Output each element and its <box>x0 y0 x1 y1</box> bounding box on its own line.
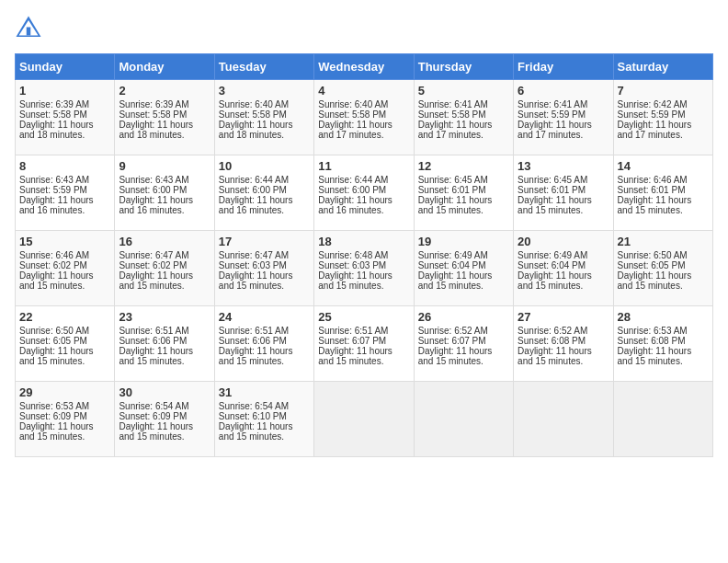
day-number: 5 <box>418 84 509 98</box>
sunrise-text: Sunrise: 6:47 AM <box>119 250 188 260</box>
sunrise-text: Sunrise: 6:53 AM <box>19 401 89 411</box>
daylight-text: Daylight: 11 hours and 15 minutes. <box>219 421 293 442</box>
daylight-text: Daylight: 11 hours and 18 minutes. <box>119 120 193 140</box>
sunset-text: Sunset: 5:58 PM <box>119 109 187 120</box>
day-number: 3 <box>219 84 310 98</box>
sunset-text: Sunset: 6:01 PM <box>518 185 586 195</box>
daylight-text: Daylight: 11 hours and 15 minutes. <box>618 270 692 291</box>
calendar-day-cell: 24Sunrise: 6:51 AMSunset: 6:06 PMDayligh… <box>214 306 313 382</box>
sunrise-text: Sunrise: 6:54 AM <box>119 401 188 411</box>
calendar-day-cell <box>314 382 414 457</box>
daylight-text: Daylight: 11 hours and 15 minutes. <box>618 346 692 366</box>
sunset-text: Sunset: 6:00 PM <box>318 185 386 195</box>
day-number: 17 <box>219 235 310 248</box>
day-number: 20 <box>518 235 609 248</box>
daylight-text: Daylight: 11 hours and 16 minutes. <box>119 195 193 215</box>
sunset-text: Sunset: 6:09 PM <box>19 411 87 421</box>
sunset-text: Sunset: 6:03 PM <box>318 260 386 270</box>
sunrise-text: Sunrise: 6:52 AM <box>518 326 587 336</box>
calendar-day-cell <box>613 382 712 457</box>
sunset-text: Sunset: 6:00 PM <box>119 185 187 195</box>
day-number: 12 <box>418 159 509 173</box>
daylight-text: Daylight: 11 hours and 15 minutes. <box>219 270 293 291</box>
sunrise-text: Sunrise: 6:44 AM <box>219 175 289 185</box>
sunrise-text: Sunrise: 6:40 AM <box>318 99 388 109</box>
daylight-text: Daylight: 11 hours and 15 minutes. <box>618 195 692 215</box>
calendar-week-row: 1Sunrise: 6:39 AMSunset: 5:58 PMDaylight… <box>16 80 713 155</box>
sunrise-text: Sunrise: 6:43 AM <box>19 175 89 185</box>
day-number: 28 <box>618 310 709 324</box>
day-number: 10 <box>219 159 310 173</box>
sunrise-text: Sunrise: 6:44 AM <box>318 175 388 185</box>
daylight-text: Daylight: 11 hours and 15 minutes. <box>518 195 592 215</box>
daylight-text: Daylight: 11 hours and 15 minutes. <box>119 270 193 291</box>
daylight-text: Daylight: 11 hours and 15 minutes. <box>119 421 193 442</box>
weekday-header: Saturday <box>613 54 712 80</box>
sunrise-text: Sunrise: 6:41 AM <box>518 99 587 109</box>
daylight-text: Daylight: 11 hours and 15 minutes. <box>19 270 94 291</box>
day-number: 2 <box>119 84 210 98</box>
calendar-day-cell: 22Sunrise: 6:50 AMSunset: 6:05 PMDayligh… <box>16 306 115 382</box>
calendar-day-cell: 1Sunrise: 6:39 AMSunset: 5:58 PMDaylight… <box>16 80 115 155</box>
calendar-day-cell: 15Sunrise: 6:46 AMSunset: 6:02 PMDayligh… <box>16 231 115 306</box>
day-number: 30 <box>119 385 210 399</box>
calendar-day-cell: 8Sunrise: 6:43 AMSunset: 5:59 PMDaylight… <box>16 155 115 231</box>
calendar-day-cell: 5Sunrise: 6:41 AMSunset: 5:58 PMDaylight… <box>414 80 513 155</box>
daylight-text: Daylight: 11 hours and 16 minutes. <box>19 195 94 215</box>
daylight-text: Daylight: 11 hours and 15 minutes. <box>318 270 392 291</box>
calendar-day-cell: 9Sunrise: 6:43 AMSunset: 6:00 PMDaylight… <box>115 155 214 231</box>
sunset-text: Sunset: 6:05 PM <box>618 260 686 270</box>
daylight-text: Daylight: 11 hours and 15 minutes. <box>418 270 493 291</box>
sunset-text: Sunset: 6:08 PM <box>618 336 686 346</box>
daylight-text: Daylight: 11 hours and 18 minutes. <box>19 120 94 140</box>
sunset-text: Sunset: 6:07 PM <box>318 336 386 346</box>
daylight-text: Daylight: 11 hours and 16 minutes. <box>219 195 293 215</box>
calendar-day-cell: 21Sunrise: 6:50 AMSunset: 6:05 PMDayligh… <box>613 231 712 306</box>
sunrise-text: Sunrise: 6:54 AM <box>219 401 289 411</box>
sunset-text: Sunset: 6:04 PM <box>518 260 586 270</box>
daylight-text: Daylight: 11 hours and 16 minutes. <box>318 195 392 215</box>
daylight-text: Daylight: 11 hours and 17 minutes. <box>318 120 392 140</box>
calendar-week-row: 15Sunrise: 6:46 AMSunset: 6:02 PMDayligh… <box>16 231 713 306</box>
sunrise-text: Sunrise: 6:46 AM <box>19 250 89 260</box>
sunrise-text: Sunrise: 6:52 AM <box>418 326 488 336</box>
calendar-day-cell: 6Sunrise: 6:41 AMSunset: 5:59 PMDaylight… <box>514 80 613 155</box>
day-number: 11 <box>318 159 409 173</box>
sunset-text: Sunset: 5:59 PM <box>518 109 586 120</box>
calendar-day-cell: 28Sunrise: 6:53 AMSunset: 6:08 PMDayligh… <box>613 306 712 382</box>
sunrise-text: Sunrise: 6:40 AM <box>219 99 289 109</box>
calendar-day-cell: 11Sunrise: 6:44 AMSunset: 6:00 PMDayligh… <box>314 155 414 231</box>
daylight-text: Daylight: 11 hours and 15 minutes. <box>418 195 493 215</box>
weekday-header: Tuesday <box>214 54 313 80</box>
sunset-text: Sunset: 6:03 PM <box>219 260 287 270</box>
calendar-day-cell: 4Sunrise: 6:40 AMSunset: 5:58 PMDaylight… <box>314 80 414 155</box>
daylight-text: Daylight: 11 hours and 17 minutes. <box>418 120 493 140</box>
calendar-day-cell: 19Sunrise: 6:49 AMSunset: 6:04 PMDayligh… <box>414 231 513 306</box>
calendar-week-row: 29Sunrise: 6:53 AMSunset: 6:09 PMDayligh… <box>16 382 713 457</box>
calendar-day-cell: 26Sunrise: 6:52 AMSunset: 6:07 PMDayligh… <box>414 306 513 382</box>
weekday-header: Wednesday <box>314 54 414 80</box>
calendar-day-cell: 7Sunrise: 6:42 AMSunset: 5:59 PMDaylight… <box>613 80 712 155</box>
calendar-day-cell: 18Sunrise: 6:48 AMSunset: 6:03 PMDayligh… <box>314 231 414 306</box>
sunset-text: Sunset: 6:08 PM <box>518 336 586 346</box>
logo-icon <box>15 15 42 42</box>
sunrise-text: Sunrise: 6:46 AM <box>618 175 688 185</box>
day-number: 27 <box>518 310 609 324</box>
calendar-day-cell: 25Sunrise: 6:51 AMSunset: 6:07 PMDayligh… <box>314 306 414 382</box>
day-number: 1 <box>19 84 110 98</box>
day-number: 7 <box>618 84 709 98</box>
calendar-day-cell: 2Sunrise: 6:39 AMSunset: 5:58 PMDaylight… <box>115 80 214 155</box>
day-number: 18 <box>318 235 409 248</box>
sunset-text: Sunset: 5:58 PM <box>418 109 486 120</box>
sunrise-text: Sunrise: 6:39 AM <box>119 99 188 109</box>
day-number: 19 <box>418 235 509 248</box>
calendar-day-cell: 14Sunrise: 6:46 AMSunset: 6:01 PMDayligh… <box>613 155 712 231</box>
sunset-text: Sunset: 6:01 PM <box>618 185 686 195</box>
day-number: 13 <box>518 159 609 173</box>
weekday-row: SundayMondayTuesdayWednesdayThursdayFrid… <box>16 54 713 80</box>
sunrise-text: Sunrise: 6:47 AM <box>219 250 289 260</box>
calendar-day-cell: 16Sunrise: 6:47 AMSunset: 6:02 PMDayligh… <box>115 231 214 306</box>
daylight-text: Daylight: 11 hours and 15 minutes. <box>219 346 293 366</box>
sunrise-text: Sunrise: 6:51 AM <box>318 326 388 336</box>
sunset-text: Sunset: 6:04 PM <box>418 260 486 270</box>
